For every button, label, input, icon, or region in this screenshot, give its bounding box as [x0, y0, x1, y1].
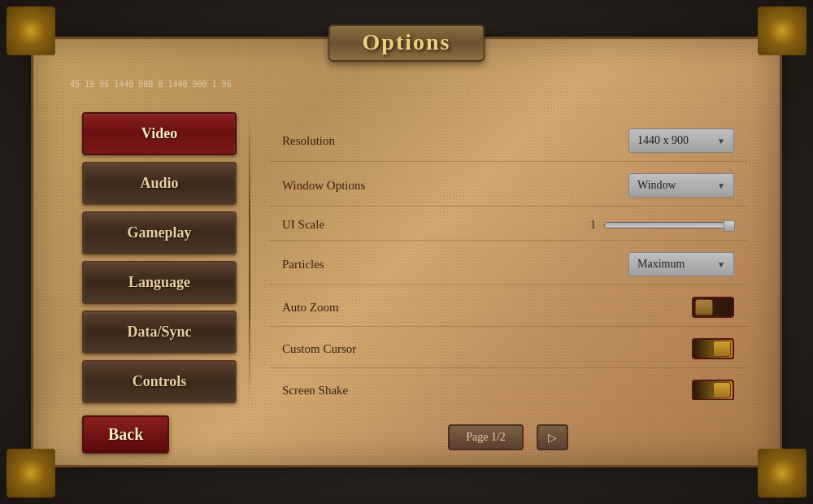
- nav-btn-language[interactable]: Language: [82, 261, 237, 304]
- ui-scale-fill: [605, 223, 733, 228]
- screen-shake-toggle[interactable]: [692, 380, 734, 400]
- custom-cursor-knob: [713, 341, 731, 357]
- ui-scale-track[interactable]: [604, 222, 734, 228]
- corner-decoration-bl: [7, 449, 55, 497]
- resolution-dropdown[interactable]: 1440 x 900 ▼: [628, 128, 734, 153]
- custom-cursor-toggle[interactable]: [692, 338, 734, 359]
- auto-zoom-knob: [695, 299, 713, 315]
- divider: [249, 112, 250, 400]
- auto-zoom-toggle[interactable]: [692, 297, 734, 318]
- particles-label: Particles: [282, 258, 628, 272]
- resolution-value: 1440 x 900: [637, 134, 689, 147]
- auto-zoom-label: Auto Zoom: [282, 301, 692, 315]
- page-next-button[interactable]: ▷: [537, 424, 568, 450]
- page-bar: Page 1/2 ▷: [253, 424, 763, 450]
- main-panel: Options 45 19 96 1440 900 0 1440 900 1 9…: [31, 37, 782, 467]
- debug-info: 45 19 96 1440 900 0 1440 900 1 96: [70, 80, 232, 89]
- nav-btn-controls[interactable]: Controls: [82, 360, 237, 403]
- title-area: Options: [328, 24, 485, 62]
- back-button[interactable]: Back: [82, 415, 169, 454]
- resolution-label: Resolution: [282, 134, 628, 148]
- resolution-dropdown-arrow: ▼: [717, 137, 725, 146]
- window-options-value: Window: [637, 179, 676, 192]
- ui-scale-value: 1: [580, 219, 596, 232]
- window-options-dropdown-arrow: ▼: [717, 181, 725, 190]
- corner-decoration-tl: [7, 7, 55, 55]
- setting-row-auto-zoom: Auto Zoom: [269, 289, 747, 327]
- ui-scale-thumb[interactable]: [724, 220, 735, 232]
- nav-panel: Video Audio Gameplay Language Data/Sync …: [82, 112, 237, 400]
- setting-row-custom-cursor: Custom Cursor: [269, 330, 747, 368]
- corner-decoration-br: [758, 449, 806, 497]
- nav-btn-datasync[interactable]: Data/Sync: [82, 311, 237, 354]
- screen-shake-knob: [713, 382, 731, 398]
- page-title: Options: [363, 29, 451, 54]
- custom-cursor-label: Custom Cursor: [282, 342, 692, 356]
- nav-btn-audio[interactable]: Audio: [82, 162, 237, 205]
- particles-dropdown[interactable]: Maximum ▼: [628, 252, 734, 276]
- setting-row-screen-shake: Screen Shake: [269, 371, 747, 400]
- setting-row-resolution: Resolution 1440 x 900 ▼: [269, 120, 747, 162]
- setting-row-particles: Particles Maximum ▼: [269, 244, 747, 285]
- window-options-dropdown[interactable]: Window ▼: [628, 173, 734, 198]
- page-indicator-button[interactable]: Page 1/2: [448, 424, 524, 450]
- nav-btn-video[interactable]: Video: [82, 112, 237, 155]
- content-area: Resolution 1440 x 900 ▼ Window Options W…: [253, 112, 763, 400]
- particles-dropdown-arrow: ▼: [717, 260, 725, 269]
- ui-scale-label: UI Scale: [282, 218, 572, 232]
- corner-decoration-tr: [758, 7, 806, 55]
- screen-shake-label: Screen Shake: [282, 384, 692, 398]
- setting-row-window-options: Window Options Window ▼: [269, 165, 747, 206]
- nav-btn-gameplay[interactable]: Gameplay: [82, 211, 237, 254]
- setting-row-ui-scale: UI Scale 1: [269, 210, 747, 241]
- particles-value: Maximum: [637, 258, 685, 271]
- ui-scale-slider-container: 1: [572, 219, 734, 232]
- window-options-label: Window Options: [282, 179, 628, 193]
